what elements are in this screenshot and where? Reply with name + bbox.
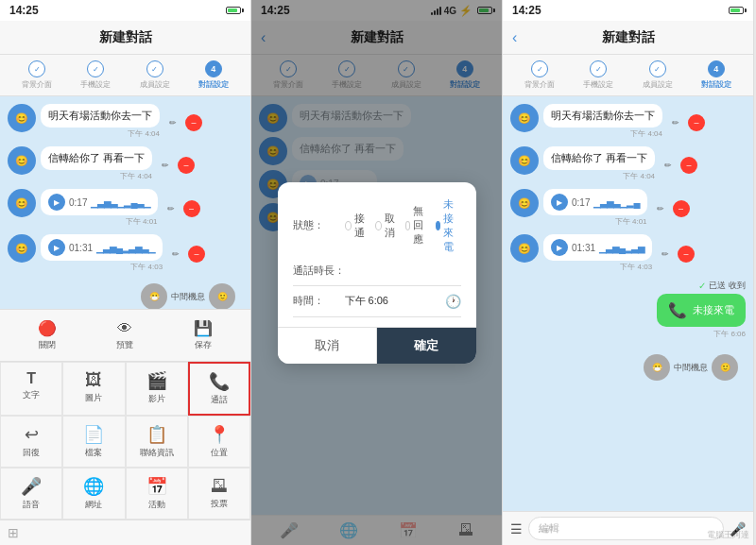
grid-label-image: 圖片 (85, 392, 102, 404)
grid-item-reply[interactable]: ↩ 回復 (0, 416, 62, 468)
play-icon[interactable]: ▶ (551, 194, 568, 211)
edit-icon[interactable]: ✏ (167, 246, 184, 263)
grid-item-contact[interactable]: 📋 聯絡資訊 (126, 416, 188, 468)
voice-message: ▶ 0:17 ▁▃▅▃▁▂▄▃▁ (41, 189, 158, 215)
list-item: 信轉給你了 再看一下 (543, 146, 655, 170)
received-label: 已送 收到 (709, 280, 746, 292)
mic-icon-3[interactable]: 🎤 (730, 521, 746, 536)
call-time: 下午 6:06 (713, 329, 746, 339)
grid-item-event[interactable]: 📅 活動 (126, 468, 188, 519)
delete-icon[interactable]: – (178, 157, 195, 174)
grid-item-text[interactable]: T 文字 (0, 362, 62, 416)
delete-icon[interactable]: – (680, 157, 697, 174)
step-background-3: ✓ 背景介面 (510, 60, 569, 90)
time-3: 14:25 (512, 4, 541, 17)
attach-row: ⊞ (0, 519, 250, 545)
option-connected[interactable]: 接通 (345, 197, 368, 254)
image-icon: 🖼 (85, 370, 102, 390)
grid-label-text: 文字 (23, 389, 40, 401)
step-member-3: ✓ 成員設定 (628, 60, 687, 90)
menu-icon-3[interactable]: ☰ (510, 521, 523, 536)
delete-icon[interactable]: – (183, 200, 200, 217)
grid-item-image[interactable]: 🖼 圖片 (62, 362, 125, 416)
grid-item-location[interactable]: 📍 位置 (188, 416, 250, 468)
step-circle-1: ✓ (28, 60, 45, 77)
modal-box: 狀態： 接通 取消 無回應 未接來電 (278, 182, 476, 364)
modal-time-value[interactable]: 下午 6:06 (345, 294, 445, 308)
delete-icon[interactable]: – (678, 246, 695, 263)
voice-message: ▶ 01:31 ▁▃▅▄▂▃▅ (543, 234, 652, 261)
close-icon: 🔴 (38, 319, 57, 337)
avatar: 😊 (510, 234, 539, 263)
option-no-answer[interactable]: 無回應 (405, 197, 428, 254)
call-status-label: 未接來電 (693, 303, 734, 317)
edit-icon[interactable]: ✏ (164, 114, 181, 131)
option-cancel[interactable]: 取消 (375, 197, 398, 254)
save-button[interactable]: 💾 保存 (186, 315, 220, 355)
radio-connected (345, 221, 352, 230)
modal-buttons: 取消 確定 (278, 327, 476, 364)
step-label-3-1: 背景介面 (524, 79, 555, 90)
grid-label-url: 網址 (85, 499, 102, 511)
step-bar-3: ✓ 背景介面 ✓ 手機設定 ✓ 成員設定 4 對話設定 (503, 55, 753, 96)
delete-icon[interactable]: – (188, 246, 205, 263)
step-bar-1: ✓ 背景介面 ✓ 手機設定 ✓ 成員設定 4 對話設定 (0, 55, 250, 96)
delete-icon[interactable]: – (185, 114, 202, 131)
clock-icon: 🕐 (445, 294, 461, 309)
grid-label-call: 通話 (211, 394, 228, 406)
waveform-icon: ▁▃▅▃▁▂▄ (593, 197, 639, 208)
list-item: 明天有場活動你去一下 (543, 104, 662, 128)
input-placeholder: 編輯 (539, 522, 559, 534)
grid-item-vote[interactable]: 🗳 投票 (188, 468, 250, 519)
option-missed[interactable]: 未接來電 (436, 197, 461, 254)
chat-area-1: 😊 明天有場活動你去一下 下午 4:04 ✏ – 😊 信轉給你了 再看一下 下午… (0, 96, 250, 309)
grid-item-call[interactable]: 📞 通話 (188, 362, 250, 416)
msg-actions: ✏ – (157, 157, 195, 174)
save-icon: 💾 (194, 319, 213, 337)
modal-time-label: 時間： (293, 294, 345, 308)
grid-label-reply: 回復 (23, 447, 40, 459)
grid-item-url[interactable]: 🌐 網址 (62, 468, 125, 519)
step-circle-3-3: ✓ (649, 60, 666, 77)
grid-item-voice[interactable]: 🎤 語音 (0, 468, 62, 519)
edit-icon[interactable]: ✏ (163, 200, 180, 217)
delete-icon[interactable]: – (673, 200, 690, 217)
msg-time: 下午 4:03 (620, 262, 652, 272)
status-icons-3 (727, 7, 744, 14)
grid-item-video[interactable]: 🎬 影片 (126, 362, 188, 416)
avatar-mini-orange: 🙂 (209, 283, 235, 309)
top-nav-1: 新建對話 (0, 21, 250, 55)
step-label-4: 對話設定 (198, 79, 229, 90)
edit-icon[interactable]: ✏ (157, 157, 174, 174)
list-item: 信轉給你了 再看一下 (41, 146, 152, 170)
contact-icon: 📋 (146, 424, 167, 445)
back-button-3[interactable]: ‹ (512, 29, 517, 46)
attach-icon[interactable]: ⊞ (8, 525, 19, 540)
edit-icon[interactable]: ✏ (667, 114, 684, 131)
msg-actions: ✏ – (163, 200, 200, 217)
delete-icon[interactable]: – (688, 114, 705, 131)
preview-icon: 👁 (117, 320, 132, 337)
chat-input-3[interactable]: 編輯 (528, 517, 724, 540)
play-icon[interactable]: ▶ (48, 239, 65, 256)
avatar: 😊 (8, 189, 36, 217)
close-button[interactable]: 🔴 關閉 (30, 315, 64, 355)
modal-cancel-button[interactable]: 取消 (278, 328, 378, 364)
radio-cancel (375, 221, 382, 230)
grid-item-file[interactable]: 📄 檔案 (62, 416, 125, 468)
step-background-1: ✓ 背景介面 (8, 60, 66, 90)
play-icon[interactable]: ▶ (48, 194, 65, 211)
status-icons-1 (224, 7, 241, 14)
voice-duration: 01:31 (572, 243, 595, 253)
edit-icon[interactable]: ✏ (660, 157, 677, 174)
table-row: 😊 信轉給你了 再看一下 下午 4:04 ✏ – (510, 146, 746, 183)
step-circle-4: 4 (205, 60, 222, 77)
modal-confirm-button[interactable]: 確定 (377, 328, 476, 364)
edit-icon[interactable]: ✏ (652, 200, 669, 217)
voice-message: ▶ 01:31 ▁▃▅▄▂▃▅▃▁ (41, 234, 163, 261)
preview-button[interactable]: 👁 預覽 (109, 316, 141, 355)
avatar-mini-gray: 😷 (141, 283, 167, 309)
edit-icon[interactable]: ✏ (657, 246, 674, 263)
grid-label-video: 影片 (148, 393, 165, 405)
play-icon[interactable]: ▶ (551, 239, 568, 256)
